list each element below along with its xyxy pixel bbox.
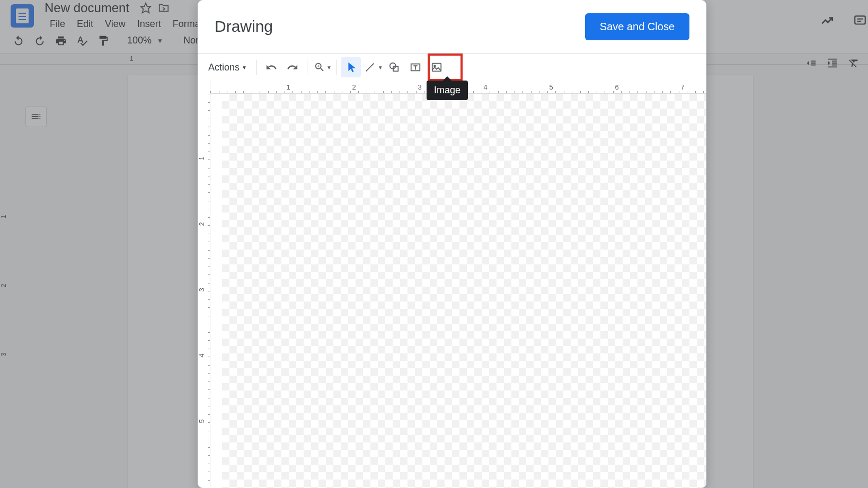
drawing-canvas[interactable]	[222, 94, 706, 488]
insights-icon[interactable]	[819, 13, 835, 29]
image-tool-button[interactable]	[427, 57, 447, 77]
select-tool-button[interactable]	[341, 57, 361, 77]
comments-panel-icon[interactable]	[852, 13, 868, 29]
save-and-close-button[interactable]: Save and Close	[585, 13, 689, 40]
drawing-toolbar: Actions ▼ ▼ ▼	[198, 54, 706, 81]
line-tool-button[interactable]	[362, 57, 378, 77]
line-dropdown-arrow-icon[interactable]: ▼	[378, 65, 383, 70]
indent-increase-icon[interactable]	[823, 54, 842, 72]
actions-menu-button[interactable]: Actions ▼	[203, 59, 252, 76]
svg-point-9	[434, 65, 436, 67]
drawing-zoom-icon[interactable]	[312, 57, 327, 77]
drawing-vertical-ruler: 1 2 3 4 5	[198, 81, 210, 488]
drawing-modal: Drawing Save and Close Actions ▼ ▼ ▼ 1 2…	[198, 0, 706, 488]
drawing-redo-icon[interactable]	[282, 57, 303, 77]
shape-tool-button[interactable]	[384, 57, 404, 77]
svg-line-4	[366, 64, 374, 72]
textbox-tool-button[interactable]	[405, 57, 426, 77]
modal-title: Drawing	[215, 17, 273, 36]
indent-decrease-icon[interactable]	[802, 54, 820, 72]
svg-rect-1	[855, 16, 865, 24]
image-tooltip: Image	[427, 81, 468, 100]
clear-formatting-icon[interactable]	[845, 54, 863, 72]
drawing-undo-icon[interactable]	[261, 57, 281, 77]
